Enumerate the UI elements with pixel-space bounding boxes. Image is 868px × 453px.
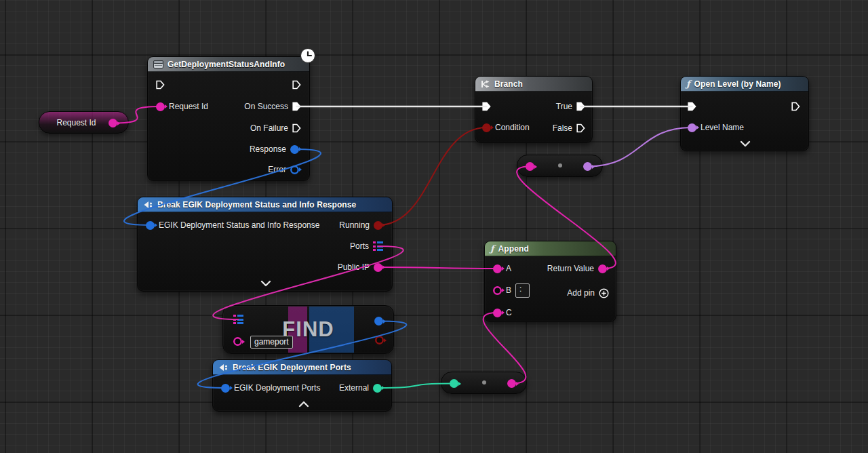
pin-breakstatus-public-ip[interactable]: [374, 263, 382, 272]
pin-find-key-in[interactable]: [233, 337, 242, 346]
pin-breakports-external[interactable]: [373, 384, 382, 393]
break-struct-icon: [218, 363, 229, 372]
pin-append-return-value[interactable]: [598, 264, 607, 273]
pin-label: EGIK Deployment Ports: [234, 383, 320, 393]
pin-label: EGIK Deployment Status and Info Response: [159, 220, 319, 230]
chevron-down-icon[interactable]: [740, 140, 751, 147]
pin-branch-false[interactable]: [576, 123, 585, 133]
node-title: GetDeploymentStatusAndInfo: [167, 60, 285, 69]
pin-label: On Success: [244, 102, 288, 111]
find-node-title: FIND: [223, 306, 393, 353]
pin-label: On Failure: [250, 123, 288, 133]
pin-openlevel-exec-in[interactable]: [688, 102, 696, 111]
wire-layer: [0, 0, 868, 453]
node-header: Break EGIK Deployment Status and Info Re…: [138, 197, 392, 212]
pin-label: Ports: [350, 241, 369, 251]
pin-branch-exec-in[interactable]: [482, 102, 491, 111]
pin-append-c[interactable]: [493, 309, 502, 317]
pin-label: Request Id: [169, 102, 208, 111]
conversion-dot-icon: [482, 380, 486, 385]
pin-label: Condition: [495, 123, 530, 132]
append-b-input[interactable]: :: [515, 283, 530, 298]
pin-getdep-exec-out[interactable]: [292, 80, 301, 90]
pin-int2str-in[interactable]: [450, 379, 458, 388]
pin-label: Level Name: [701, 123, 744, 132]
node-branch[interactable]: Branch Condition True False: [475, 76, 593, 143]
node-string-to-name-conversion[interactable]: [517, 155, 603, 177]
pin-label: Error: [268, 165, 286, 174]
pin-append-a[interactable]: [493, 264, 502, 273]
function-f-icon: ƒ: [490, 244, 494, 253]
function-f-icon: ƒ: [686, 79, 690, 88]
pin-breakstatus-ports[interactable]: [373, 241, 383, 251]
break-struct-icon: [143, 201, 153, 209]
node-get-deployment-status[interactable]: GetDeploymentStatusAndInfo Request Id On…: [147, 56, 310, 181]
pin-getdep-response[interactable]: [290, 145, 299, 154]
pin-getdep-error[interactable]: [290, 165, 299, 174]
pin-openlevel-exec-out[interactable]: [791, 102, 800, 111]
pin-label: Add pin: [567, 288, 595, 298]
pin-label: C: [506, 308, 512, 317]
variable-label: Request Id: [39, 112, 113, 133]
pin-getdep-on-failure[interactable]: [292, 123, 301, 133]
node-map-find[interactable]: FIND gameport: [222, 305, 394, 354]
pin-append-b[interactable]: [493, 286, 502, 295]
node-title: Branch: [494, 79, 523, 89]
node-title: Open Level (by Name): [694, 79, 781, 89]
pin-toname-in[interactable]: [526, 162, 534, 171]
node-header: ƒ Append: [485, 241, 616, 256]
pin-getdep-exec-in[interactable]: [156, 80, 165, 90]
pin-int2str-out[interactable]: [507, 379, 516, 388]
pin-label: A: [506, 264, 511, 273]
node-append[interactable]: ƒ Append A B : C Return Value Add pin: [484, 241, 616, 322]
pin-label: Public IP: [338, 262, 370, 272]
node-header: GetDeploymentStatusAndInfo: [148, 57, 309, 72]
append-add-pin-icon[interactable]: [599, 288, 609, 298]
pin-openlevel-level-name[interactable]: [688, 123, 696, 132]
pin-breakports-input[interactable]: [221, 384, 230, 393]
latent-clock-icon: [300, 48, 315, 63]
find-key-input[interactable]: gameport: [250, 336, 293, 349]
pin-label: False: [553, 123, 572, 133]
node-header: Break EGIK Deployment Ports: [213, 360, 391, 375]
pin-label: B: [506, 285, 511, 295]
pin-label: Running: [339, 220, 370, 230]
node-title: Append: [498, 244, 529, 254]
node-open-level[interactable]: ƒ Open Level (by Name) Level Name: [680, 76, 809, 151]
node-header: ƒ Open Level (by Name): [681, 77, 808, 92]
pin-breakstatus-running[interactable]: [374, 221, 382, 230]
conversion-dot-icon: [558, 163, 562, 168]
pin-find-value-out[interactable]: [374, 317, 383, 326]
node-title: Break EGIK Deployment Status and Info Re…: [157, 200, 356, 210]
pin-label: Response: [250, 144, 286, 154]
node-int-to-string-conversion[interactable]: [441, 372, 527, 394]
pin-label: True: [556, 102, 572, 111]
pin-find-found-out[interactable]: [375, 336, 384, 344]
node-title: Break EGIK Deployment Ports: [233, 363, 351, 372]
chevron-up-icon[interactable]: [298, 401, 309, 408]
pin-branch-true[interactable]: [576, 102, 585, 111]
chevron-down-icon[interactable]: [260, 280, 271, 287]
pin-var-request-id-out[interactable]: [108, 119, 117, 127]
pin-label: External: [339, 383, 369, 393]
function-grid-icon: [153, 60, 163, 68]
branch-icon: [481, 80, 490, 88]
blueprint-canvas[interactable]: GetDeploymentStatusAndInfo Request Id On…: [0, 0, 868, 453]
node-break-deployment-ports[interactable]: Break EGIK Deployment Ports EGIK Deploym…: [212, 359, 392, 412]
node-request-id-variable[interactable]: Request Id: [39, 111, 129, 134]
pin-getdep-request-id[interactable]: [156, 102, 165, 111]
node-header: Branch: [475, 77, 592, 92]
pin-branch-condition[interactable]: [482, 123, 491, 132]
pin-getdep-on-success[interactable]: [292, 102, 301, 111]
pin-toname-out[interactable]: [583, 162, 592, 171]
pin-breakstatus-input[interactable]: [146, 221, 155, 230]
node-break-status-response[interactable]: Break EGIK Deployment Status and Info Re…: [137, 197, 393, 292]
pin-label: Return Value: [547, 264, 594, 273]
pin-find-map-in[interactable]: [233, 315, 243, 324]
